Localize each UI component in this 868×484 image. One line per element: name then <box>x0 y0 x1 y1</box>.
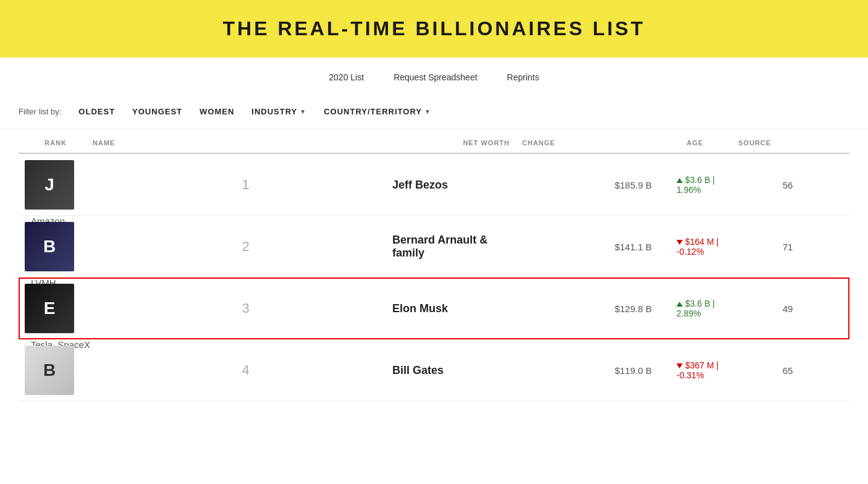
filter-industry[interactable]: INDUSTRY ▼ <box>251 107 306 116</box>
age-cell: 65 <box>726 365 849 376</box>
avatar-container: E <box>19 278 93 339</box>
rank-cell: 4 <box>93 362 386 378</box>
table-header: RANK NAME NET WORTH CHANGE AGE SOURCE <box>19 129 849 154</box>
filter-country-territory[interactable]: COUNTRY/TERRITORY ▼ <box>324 107 431 116</box>
avatar-container: B <box>19 339 93 401</box>
header-banner: THE REAL-TIME BILLIONAIRES LIST <box>0 0 868 57</box>
name-cell: Bernard Arnault & family <box>386 234 510 260</box>
table-row[interactable]: J 1 Jeff Bezos $185.9 B $3.6 B | 1.96% 5… <box>19 154 849 216</box>
nav-reprints[interactable]: Reprints <box>507 72 539 82</box>
col-change: CHANGE <box>510 139 664 146</box>
change-cell: $367 M | -0.31% <box>664 360 726 380</box>
country-chevron-icon: ▼ <box>424 108 431 115</box>
age-cell: 71 <box>726 242 849 252</box>
net-worth-cell: $185.9 B <box>510 180 664 190</box>
col-rank: RANK <box>19 139 93 146</box>
avatar: E <box>25 284 74 333</box>
avatar-container: B <box>19 216 93 278</box>
filter-label: Filter list by: <box>19 107 61 116</box>
change-cell: $164 M | -0.12% <box>664 237 726 257</box>
nav-links: 2020 List Request Spreadsheet Reprints <box>0 57 868 95</box>
filter-youngest[interactable]: YOUNGEST <box>132 107 182 116</box>
avatar: J <box>25 160 74 210</box>
industry-chevron-icon: ▼ <box>300 108 306 115</box>
page-title: THE REAL-TIME BILLIONAIRES LIST <box>0 17 868 40</box>
avatar: B <box>25 346 74 395</box>
down-arrow-icon <box>676 240 683 245</box>
nav-2020-list[interactable]: 2020 List <box>329 72 364 82</box>
filter-oldest[interactable]: OLDEST <box>78 107 115 116</box>
up-arrow-icon <box>676 178 683 183</box>
filter-row: Filter list by: OLDEST YOUNGEST WOMEN IN… <box>0 95 868 129</box>
table-row[interactable]: E 3 Elon Musk $129.8 B $3.6 B | 2.89% 49… <box>19 278 849 339</box>
name-cell: Jeff Bezos <box>386 179 510 192</box>
table-row[interactable]: B 2 Bernard Arnault & family $141.1 B $1… <box>19 216 849 278</box>
filter-women[interactable]: WOMEN <box>200 107 234 116</box>
rank-cell: 1 <box>93 177 386 193</box>
net-worth-cell: $119.0 B <box>510 365 664 376</box>
age-cell: 56 <box>726 180 849 190</box>
rank-cell: 2 <box>93 239 386 255</box>
net-worth-cell: $129.8 B <box>510 304 664 314</box>
rank-cell: 3 <box>93 300 386 316</box>
avatar-container: J <box>19 154 93 216</box>
col-age: AGE <box>664 139 726 146</box>
name-cell: Elon Musk <box>386 302 510 315</box>
age-cell: 49 <box>726 304 849 314</box>
up-arrow-icon <box>676 302 683 307</box>
down-arrow-icon <box>676 363 683 368</box>
avatar: B <box>25 222 74 271</box>
change-cell: $3.6 B | 2.89% <box>664 299 726 318</box>
col-source: SOURCE <box>726 139 849 146</box>
table-row[interactable]: B 4 Bill Gates $119.0 B $367 M | -0.31% … <box>19 339 849 401</box>
change-cell: $3.6 B | 1.96% <box>664 175 726 195</box>
net-worth-cell: $141.1 B <box>510 242 664 252</box>
col-name: NAME <box>93 139 386 146</box>
name-cell: Bill Gates <box>386 364 510 377</box>
col-net-worth: NET WORTH <box>386 139 510 146</box>
list-container: RANK NAME NET WORTH CHANGE AGE SOURCE J … <box>0 129 868 401</box>
nav-request-spreadsheet[interactable]: Request Spreadsheet <box>394 72 477 82</box>
